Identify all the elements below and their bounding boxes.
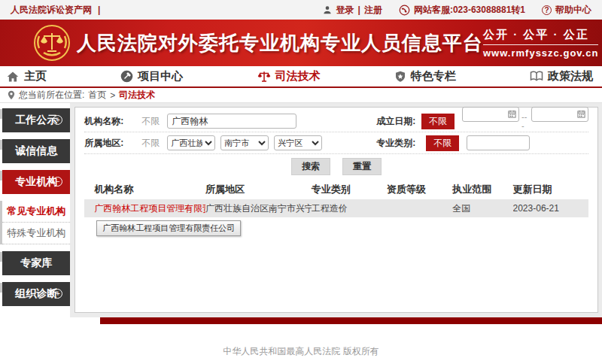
submenu-item-common-orgs[interactable]: 常见专业机构 bbox=[2, 201, 70, 223]
date-range-separator: --- bbox=[521, 112, 529, 130]
scales-icon bbox=[257, 70, 271, 83]
submenu-item-special-orgs[interactable]: 特殊专业机构 bbox=[2, 223, 70, 244]
register-link[interactable]: 注册 bbox=[364, 4, 382, 17]
footer: 中华人民共和国最高人民法院 版权所有 bbox=[0, 324, 602, 363]
col-header-region: 所属地区 bbox=[205, 180, 312, 199]
region-any-option[interactable]: 不限 bbox=[134, 137, 167, 150]
category-label: 专业类别: bbox=[376, 137, 424, 150]
breadcrumb-prefix: 您当前所在位置: bbox=[19, 89, 84, 102]
cell-category: 工程造价 bbox=[312, 199, 387, 217]
sidebar-item-integrity-info[interactable]: 诚信信息 bbox=[2, 139, 70, 163]
filter-row-1: 机构名称: 不限 成立日期: 不限 --- bbox=[84, 111, 588, 132]
footer-red-strip bbox=[100, 317, 602, 324]
gavel-circle-icon bbox=[120, 70, 133, 83]
org-name-link[interactable]: 广西翰林工程项目管理有限责任... bbox=[94, 203, 205, 214]
slogan-divider bbox=[483, 44, 598, 45]
col-header-category: 专业类别 bbox=[312, 180, 387, 199]
org-name-label: 机构名称: bbox=[84, 115, 134, 128]
cell-region: 广西壮族自治区南宁市兴宁区 bbox=[205, 199, 312, 217]
search-panel: 机构名称: 不限 成立日期: 不限 --- bbox=[74, 107, 598, 313]
nav-item-judicial-tech[interactable]: 司法技术 bbox=[257, 69, 321, 83]
category-input[interactable] bbox=[467, 135, 530, 150]
sidebar-item-expert-pool[interactable]: 专家库 bbox=[2, 251, 70, 275]
nav-item-featured-column[interactable]: 特色专栏 bbox=[394, 69, 456, 83]
region-label: 所属地区: bbox=[84, 137, 134, 150]
shield-star-icon bbox=[394, 70, 406, 83]
book-icon bbox=[530, 71, 543, 82]
sidebar: 工作公示 诚信信息 专业机构 常见专业机构 特殊专业机构 专家库 组织诊断 bbox=[0, 103, 70, 317]
org-name-any-option[interactable]: 不限 bbox=[134, 115, 167, 128]
founded-any-button[interactable]: 不限 bbox=[421, 114, 455, 129]
category-any-button[interactable]: 不限 bbox=[426, 135, 459, 151]
breadcrumb: 您当前所在位置: 首页 > 司法技术 bbox=[0, 88, 602, 103]
help-link[interactable]: 帮助中心 bbox=[555, 4, 591, 17]
court-emblem-logo bbox=[33, 24, 71, 62]
hotline-text: 网站客服:023-63088881转1 bbox=[414, 4, 525, 17]
main-navigation: 主页 项目中心 司法技术 特色专栏 bbox=[0, 66, 602, 88]
form-actions: 搜索 重置 bbox=[84, 154, 588, 178]
search-button[interactable]: 搜索 bbox=[291, 158, 330, 175]
nav-item-home[interactable]: 主页 bbox=[6, 69, 47, 83]
sidebar-item-professional-orgs[interactable]: 专业机构 bbox=[2, 170, 70, 194]
site-slogan: 公开 · 公平 · 公正 bbox=[483, 28, 598, 42]
sidebar-item-work-publicity[interactable]: 工作公示 bbox=[2, 108, 70, 132]
site-banner: 人民法院对外委托专业机构专业人员信息平台 公开 · 公平 · 公正 www.rm… bbox=[0, 20, 602, 66]
user-icon bbox=[322, 5, 333, 15]
breadcrumb-home[interactable]: 首页 bbox=[88, 89, 106, 102]
reset-button[interactable]: 重置 bbox=[342, 158, 382, 175]
cell-scope: 全国 bbox=[452, 199, 512, 217]
founded-date-label: 成立日期: bbox=[376, 115, 420, 128]
site-title: 人民法院对外委托专业机构专业人员信息平台 bbox=[77, 30, 483, 56]
help-icon bbox=[542, 5, 552, 15]
org-name-input[interactable] bbox=[167, 114, 296, 129]
table-row: 广西翰林工程项目管理有限责任... 广西壮族自治区南宁市兴宁区 工程造价 全国 … bbox=[84, 199, 588, 217]
col-header-grade: 资质等级 bbox=[387, 180, 452, 199]
province-select[interactable]: 广西壮族自治区 bbox=[167, 135, 215, 150]
collapse-icon[interactable] bbox=[53, 177, 62, 187]
breadcrumb-current: 司法技术 bbox=[119, 89, 155, 102]
main-area: 机构名称: 不限 成立日期: 不限 --- bbox=[70, 103, 602, 317]
expand-icon[interactable] bbox=[53, 289, 62, 299]
sidebar-submenu: 常见专业机构 特殊专业机构 bbox=[2, 201, 70, 244]
sidebar-item-org-diagnosis[interactable]: 组织诊断 bbox=[2, 282, 70, 306]
cell-updated: 2023-06-21 bbox=[513, 199, 588, 217]
filter-row-2: 所属地区: 不限 广西壮族自治区 南宁市 兴宁区 专业类别: 不限 bbox=[84, 132, 588, 154]
site-name-link[interactable]: 人民法院诉讼资产网 bbox=[11, 4, 92, 17]
topbar-divider: | bbox=[98, 5, 100, 15]
expand-icon[interactable] bbox=[53, 115, 62, 125]
login-register-divider: | bbox=[358, 5, 360, 15]
col-header-updated: 更新日期 bbox=[513, 180, 588, 199]
login-link[interactable]: 登录 bbox=[336, 4, 354, 17]
site-url: www.rmfysszc.gov.cn bbox=[483, 47, 598, 59]
phone-icon bbox=[399, 5, 410, 16]
city-select[interactable]: 南宁市 bbox=[220, 135, 269, 150]
top-utility-bar: 人民法院诉讼资产网 | 登录 | 注册 网站客服:023-63088881转1 … bbox=[0, 0, 602, 20]
results-table: 机构名称 所属地区 专业类别 资质等级 执业范围 更新日期 广西翰林工程项目管理… bbox=[84, 180, 588, 217]
district-select[interactable]: 兴宁区 bbox=[274, 135, 322, 150]
home-icon bbox=[6, 71, 20, 83]
nav-item-project-center[interactable]: 项目中心 bbox=[120, 69, 183, 83]
breadcrumb-separator: > bbox=[110, 90, 115, 101]
org-name-tooltip: 广西翰林工程项目管理有限责任公司 bbox=[96, 220, 241, 236]
col-header-scope: 执业范围 bbox=[452, 180, 512, 199]
copyright-text: 中华人民共和国最高人民法院 版权所有 bbox=[223, 346, 379, 356]
table-header-row: 机构名称 所属地区 专业类别 资质等级 执业范围 更新日期 bbox=[84, 180, 588, 199]
cell-grade bbox=[387, 199, 452, 217]
nav-item-policies[interactable]: 政策法规 bbox=[530, 69, 593, 83]
location-pin-icon bbox=[8, 90, 15, 100]
col-header-org-name: 机构名称 bbox=[84, 180, 205, 199]
